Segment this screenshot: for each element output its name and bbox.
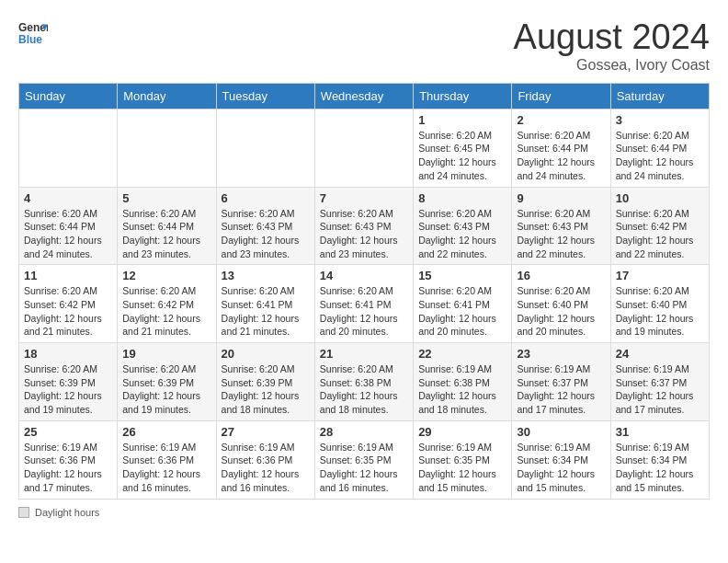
calendar-cell: 9Sunrise: 6:20 AM Sunset: 6:43 PM Daylig… — [512, 187, 610, 265]
calendar-cell: 4Sunrise: 6:20 AM Sunset: 6:44 PM Daylig… — [19, 187, 118, 265]
day-info: Sunrise: 6:20 AM Sunset: 6:41 PM Dayligh… — [418, 284, 506, 339]
day-number: 16 — [517, 269, 605, 282]
calendar-cell — [314, 109, 413, 187]
daylight-label: Daylight hours — [35, 507, 99, 518]
day-info: Sunrise: 6:20 AM Sunset: 6:40 PM Dayligh… — [517, 284, 605, 339]
day-info: Sunrise: 6:20 AM Sunset: 6:41 PM Dayligh… — [222, 284, 310, 339]
day-info: Sunrise: 6:19 AM Sunset: 6:35 PM Dayligh… — [418, 441, 506, 495]
day-number: 25 — [24, 425, 112, 439]
day-info: Sunrise: 6:20 AM Sunset: 6:45 PM Dayligh… — [418, 129, 506, 183]
day-number: 20 — [222, 347, 310, 361]
day-info: Sunrise: 6:20 AM Sunset: 6:43 PM Dayligh… — [517, 207, 605, 261]
calendar-cell: 6Sunrise: 6:20 AM Sunset: 6:43 PM Daylig… — [216, 187, 314, 265]
header: General Blue August 2024 Gossea, Ivory C… — [18, 18, 710, 74]
logo-icon: General Blue — [18, 18, 48, 48]
day-number: 11 — [24, 269, 112, 282]
calendar-cell: 27Sunrise: 6:19 AM Sunset: 6:36 PM Dayli… — [216, 420, 314, 499]
calendar-cell: 8Sunrise: 6:20 AM Sunset: 6:43 PM Daylig… — [414, 187, 512, 265]
calendar-cell: 23Sunrise: 6:19 AM Sunset: 6:37 PM Dayli… — [512, 343, 610, 421]
calendar-cell — [216, 109, 314, 187]
calendar-cell: 21Sunrise: 6:20 AM Sunset: 6:38 PM Dayli… — [314, 343, 413, 421]
day-number: 4 — [24, 191, 112, 205]
day-number: 21 — [320, 347, 408, 361]
day-info: Sunrise: 6:20 AM Sunset: 6:42 PM Dayligh… — [122, 284, 210, 339]
calendar-cell: 17Sunrise: 6:20 AM Sunset: 6:40 PM Dayli… — [610, 265, 709, 343]
day-number: 6 — [222, 191, 310, 205]
day-of-week-header: Wednesday — [314, 83, 413, 109]
day-number: 31 — [616, 425, 704, 439]
day-number: 30 — [517, 425, 605, 439]
calendar: SundayMondayTuesdayWednesdayThursdayFrid… — [18, 83, 710, 500]
day-number: 19 — [122, 347, 210, 361]
day-number: 7 — [320, 191, 408, 205]
day-of-week-header: Tuesday — [216, 83, 314, 109]
day-info: Sunrise: 6:19 AM Sunset: 6:34 PM Dayligh… — [616, 441, 704, 495]
footer: Daylight hours — [18, 507, 710, 518]
day-number: 17 — [616, 269, 704, 282]
calendar-cell: 5Sunrise: 6:20 AM Sunset: 6:44 PM Daylig… — [118, 187, 216, 265]
calendar-cell: 28Sunrise: 6:19 AM Sunset: 6:35 PM Dayli… — [314, 420, 413, 499]
svg-text:General: General — [18, 21, 48, 34]
day-number: 24 — [616, 347, 704, 361]
day-info: Sunrise: 6:20 AM Sunset: 6:44 PM Dayligh… — [122, 207, 210, 261]
day-info: Sunrise: 6:20 AM Sunset: 6:44 PM Dayligh… — [616, 129, 704, 183]
day-of-week-header: Friday — [512, 83, 610, 109]
day-info: Sunrise: 6:20 AM Sunset: 6:39 PM Dayligh… — [24, 362, 112, 417]
day-info: Sunrise: 6:20 AM Sunset: 6:42 PM Dayligh… — [616, 207, 704, 261]
day-of-week-header: Sunday — [19, 83, 118, 109]
day-number: 14 — [320, 269, 408, 282]
calendar-cell: 15Sunrise: 6:20 AM Sunset: 6:41 PM Dayli… — [414, 265, 512, 343]
calendar-cell: 16Sunrise: 6:20 AM Sunset: 6:40 PM Dayli… — [512, 265, 610, 343]
day-number: 27 — [222, 425, 310, 439]
day-info: Sunrise: 6:20 AM Sunset: 6:43 PM Dayligh… — [222, 207, 310, 261]
calendar-cell: 20Sunrise: 6:20 AM Sunset: 6:39 PM Dayli… — [216, 343, 314, 421]
logo: General Blue — [18, 18, 48, 48]
day-number: 1 — [418, 113, 506, 127]
day-info: Sunrise: 6:19 AM Sunset: 6:35 PM Dayligh… — [320, 441, 408, 495]
calendar-cell — [19, 109, 118, 187]
day-number: 15 — [418, 269, 506, 282]
title-area: August 2024 Gossea, Ivory Coast — [514, 18, 710, 74]
calendar-cell: 29Sunrise: 6:19 AM Sunset: 6:35 PM Dayli… — [414, 420, 512, 499]
calendar-cell: 3Sunrise: 6:20 AM Sunset: 6:44 PM Daylig… — [610, 109, 709, 187]
day-info: Sunrise: 6:20 AM Sunset: 6:39 PM Dayligh… — [222, 362, 310, 417]
day-number: 8 — [418, 191, 506, 205]
calendar-cell: 14Sunrise: 6:20 AM Sunset: 6:41 PM Dayli… — [314, 265, 413, 343]
calendar-cell: 25Sunrise: 6:19 AM Sunset: 6:36 PM Dayli… — [19, 420, 118, 499]
day-number: 9 — [517, 191, 605, 205]
month-title: August 2024 — [514, 18, 710, 57]
day-info: Sunrise: 6:20 AM Sunset: 6:43 PM Dayligh… — [320, 207, 408, 261]
calendar-cell: 12Sunrise: 6:20 AM Sunset: 6:42 PM Dayli… — [118, 265, 216, 343]
day-info: Sunrise: 6:20 AM Sunset: 6:44 PM Dayligh… — [24, 207, 112, 261]
day-number: 23 — [517, 347, 605, 361]
day-info: Sunrise: 6:19 AM Sunset: 6:37 PM Dayligh… — [616, 362, 704, 417]
calendar-cell: 11Sunrise: 6:20 AM Sunset: 6:42 PM Dayli… — [19, 265, 118, 343]
calendar-cell: 22Sunrise: 6:19 AM Sunset: 6:38 PM Dayli… — [414, 343, 512, 421]
day-info: Sunrise: 6:20 AM Sunset: 6:41 PM Dayligh… — [320, 284, 408, 339]
calendar-cell: 31Sunrise: 6:19 AM Sunset: 6:34 PM Dayli… — [610, 420, 709, 499]
day-number: 18 — [24, 347, 112, 361]
calendar-cell: 10Sunrise: 6:20 AM Sunset: 6:42 PM Dayli… — [610, 187, 709, 265]
calendar-cell: 2Sunrise: 6:20 AM Sunset: 6:44 PM Daylig… — [512, 109, 610, 187]
calendar-cell: 19Sunrise: 6:20 AM Sunset: 6:39 PM Dayli… — [118, 343, 216, 421]
day-of-week-header: Saturday — [610, 83, 709, 109]
location-title: Gossea, Ivory Coast — [514, 57, 710, 74]
day-number: 12 — [122, 269, 210, 282]
day-info: Sunrise: 6:20 AM Sunset: 6:42 PM Dayligh… — [24, 284, 112, 339]
day-info: Sunrise: 6:20 AM Sunset: 6:40 PM Dayligh… — [616, 284, 704, 339]
calendar-cell: 30Sunrise: 6:19 AM Sunset: 6:34 PM Dayli… — [512, 420, 610, 499]
day-number: 10 — [616, 191, 704, 205]
daylight-dot — [18, 507, 29, 518]
day-number: 5 — [122, 191, 210, 205]
day-info: Sunrise: 6:20 AM Sunset: 6:38 PM Dayligh… — [320, 362, 408, 417]
day-info: Sunrise: 6:20 AM Sunset: 6:39 PM Dayligh… — [122, 362, 210, 417]
day-of-week-header: Monday — [118, 83, 216, 109]
day-info: Sunrise: 6:19 AM Sunset: 6:38 PM Dayligh… — [418, 362, 506, 417]
calendar-cell: 1Sunrise: 6:20 AM Sunset: 6:45 PM Daylig… — [414, 109, 512, 187]
day-info: Sunrise: 6:19 AM Sunset: 6:36 PM Dayligh… — [24, 441, 112, 495]
calendar-cell: 13Sunrise: 6:20 AM Sunset: 6:41 PM Dayli… — [216, 265, 314, 343]
day-info: Sunrise: 6:19 AM Sunset: 6:36 PM Dayligh… — [222, 441, 310, 495]
day-number: 13 — [222, 269, 310, 282]
calendar-cell: 18Sunrise: 6:20 AM Sunset: 6:39 PM Dayli… — [19, 343, 118, 421]
day-number: 28 — [320, 425, 408, 439]
